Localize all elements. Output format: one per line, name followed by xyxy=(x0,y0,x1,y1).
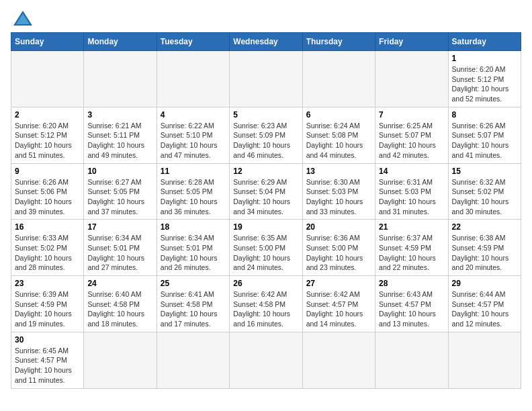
calendar-cell: 12Sunrise: 6:29 AM Sunset: 5:04 PM Dayli… xyxy=(230,163,302,220)
day-number: 30 xyxy=(15,335,80,345)
calendar-cell: 9Sunrise: 6:26 AM Sunset: 5:06 PM Daylig… xyxy=(11,163,84,220)
day-info: Sunrise: 6:26 AM Sunset: 5:06 PM Dayligh… xyxy=(15,177,80,217)
calendar-cell xyxy=(230,51,302,107)
day-info: Sunrise: 6:35 AM Sunset: 5:00 PM Dayligh… xyxy=(233,233,298,273)
weekday-header-wednesday: Wednesday xyxy=(230,33,302,51)
day-number: 5 xyxy=(233,110,298,120)
day-info: Sunrise: 6:21 AM Sunset: 5:11 PM Dayligh… xyxy=(87,121,152,161)
calendar-cell: 25Sunrise: 6:41 AM Sunset: 4:58 PM Dayli… xyxy=(157,276,229,332)
calendar-cell xyxy=(84,51,157,107)
weekday-header-sunday: Sunday xyxy=(11,33,84,51)
calendar-week-row: 1Sunrise: 6:20 AM Sunset: 5:12 PM Daylig… xyxy=(11,51,521,107)
day-info: Sunrise: 6:27 AM Sunset: 5:05 PM Dayligh… xyxy=(87,177,152,217)
day-number: 18 xyxy=(161,222,226,232)
calendar-cell: 15Sunrise: 6:32 AM Sunset: 5:02 PM Dayli… xyxy=(448,163,521,220)
calendar-cell: 8Sunrise: 6:26 AM Sunset: 5:07 PM Daylig… xyxy=(448,107,521,163)
day-number: 16 xyxy=(15,222,80,232)
calendar-cell: 13Sunrise: 6:30 AM Sunset: 5:03 PM Dayli… xyxy=(302,163,375,220)
day-number: 14 xyxy=(379,167,444,176)
day-info: Sunrise: 6:25 AM Sunset: 5:07 PM Dayligh… xyxy=(379,121,444,161)
day-info: Sunrise: 6:45 AM Sunset: 4:57 PM Dayligh… xyxy=(15,346,80,385)
weekday-header-friday: Friday xyxy=(375,33,448,51)
day-info: Sunrise: 6:32 AM Sunset: 5:02 PM Dayligh… xyxy=(452,177,517,217)
calendar-cell: 7Sunrise: 6:25 AM Sunset: 5:07 PM Daylig… xyxy=(375,107,448,163)
day-number: 10 xyxy=(87,167,152,176)
calendar-cell: 27Sunrise: 6:42 AM Sunset: 4:57 PM Dayli… xyxy=(302,276,375,332)
calendar-cell: 17Sunrise: 6:34 AM Sunset: 5:01 PM Dayli… xyxy=(84,220,157,276)
day-number: 15 xyxy=(452,167,517,176)
day-info: Sunrise: 6:23 AM Sunset: 5:09 PM Dayligh… xyxy=(233,121,298,161)
day-info: Sunrise: 6:28 AM Sunset: 5:05 PM Dayligh… xyxy=(161,177,226,217)
calendar-cell: 19Sunrise: 6:35 AM Sunset: 5:00 PM Dayli… xyxy=(230,220,302,276)
day-number: 27 xyxy=(306,279,371,288)
day-number: 8 xyxy=(452,110,517,120)
day-info: Sunrise: 6:42 AM Sunset: 4:57 PM Dayligh… xyxy=(306,289,371,329)
day-number: 28 xyxy=(379,279,444,288)
day-number: 11 xyxy=(161,167,226,176)
calendar-week-row: 30Sunrise: 6:45 AM Sunset: 4:57 PM Dayli… xyxy=(11,332,521,388)
weekday-header-thursday: Thursday xyxy=(302,33,375,51)
day-info: Sunrise: 6:34 AM Sunset: 5:01 PM Dayligh… xyxy=(161,233,226,273)
calendar-cell xyxy=(375,51,448,107)
day-info: Sunrise: 6:33 AM Sunset: 5:02 PM Dayligh… xyxy=(15,233,80,273)
calendar-table: SundayMondayTuesdayWednesdayThursdayFrid… xyxy=(11,32,521,389)
calendar-cell: 3Sunrise: 6:21 AM Sunset: 5:11 PM Daylig… xyxy=(84,107,157,163)
weekday-row: SundayMondayTuesdayWednesdayThursdayFrid… xyxy=(11,33,521,51)
day-info: Sunrise: 6:30 AM Sunset: 5:03 PM Dayligh… xyxy=(306,177,371,217)
calendar-cell: 24Sunrise: 6:40 AM Sunset: 4:58 PM Dayli… xyxy=(84,276,157,332)
calendar-cell xyxy=(302,51,375,107)
day-number: 17 xyxy=(87,222,152,232)
calendar-cell: 1Sunrise: 6:20 AM Sunset: 5:12 PM Daylig… xyxy=(448,51,521,107)
calendar-cell: 14Sunrise: 6:31 AM Sunset: 5:03 PM Dayli… xyxy=(375,163,448,220)
calendar-week-row: 9Sunrise: 6:26 AM Sunset: 5:06 PM Daylig… xyxy=(11,163,521,220)
day-info: Sunrise: 6:38 AM Sunset: 4:59 PM Dayligh… xyxy=(452,233,517,273)
calendar-cell xyxy=(375,332,448,388)
calendar-week-row: 23Sunrise: 6:39 AM Sunset: 4:59 PM Dayli… xyxy=(11,276,521,332)
calendar-cell xyxy=(157,332,229,388)
day-info: Sunrise: 6:42 AM Sunset: 4:58 PM Dayligh… xyxy=(233,289,298,329)
weekday-header-tuesday: Tuesday xyxy=(157,33,229,51)
day-info: Sunrise: 6:26 AM Sunset: 5:07 PM Dayligh… xyxy=(452,121,517,161)
day-number: 6 xyxy=(306,110,371,120)
calendar-cell: 11Sunrise: 6:28 AM Sunset: 5:05 PM Dayli… xyxy=(157,163,229,220)
day-number: 25 xyxy=(161,279,226,288)
day-info: Sunrise: 6:20 AM Sunset: 5:12 PM Dayligh… xyxy=(452,64,517,104)
day-info: Sunrise: 6:34 AM Sunset: 5:01 PM Dayligh… xyxy=(87,233,152,273)
calendar-cell xyxy=(157,51,229,107)
calendar-cell: 26Sunrise: 6:42 AM Sunset: 4:58 PM Dayli… xyxy=(230,276,302,332)
day-info: Sunrise: 6:41 AM Sunset: 4:58 PM Dayligh… xyxy=(161,289,226,329)
day-info: Sunrise: 6:40 AM Sunset: 4:58 PM Dayligh… xyxy=(87,289,152,329)
calendar-cell: 30Sunrise: 6:45 AM Sunset: 4:57 PM Dayli… xyxy=(11,332,84,388)
day-number: 23 xyxy=(15,279,80,288)
calendar-cell: 29Sunrise: 6:44 AM Sunset: 4:57 PM Dayli… xyxy=(448,276,521,332)
day-number: 22 xyxy=(452,222,517,232)
calendar-cell: 22Sunrise: 6:38 AM Sunset: 4:59 PM Dayli… xyxy=(448,220,521,276)
calendar-cell: 23Sunrise: 6:39 AM Sunset: 4:59 PM Dayli… xyxy=(11,276,84,332)
page-header xyxy=(11,11,521,26)
day-number: 4 xyxy=(161,110,226,120)
weekday-header-saturday: Saturday xyxy=(448,33,521,51)
calendar-body: 1Sunrise: 6:20 AM Sunset: 5:12 PM Daylig… xyxy=(11,51,521,389)
calendar-cell: 4Sunrise: 6:22 AM Sunset: 5:10 PM Daylig… xyxy=(157,107,229,163)
logo-icon xyxy=(13,11,32,26)
calendar-cell xyxy=(302,332,375,388)
day-info: Sunrise: 6:31 AM Sunset: 5:03 PM Dayligh… xyxy=(379,177,444,217)
day-number: 2 xyxy=(15,110,80,120)
day-info: Sunrise: 6:24 AM Sunset: 5:08 PM Dayligh… xyxy=(306,121,371,161)
day-info: Sunrise: 6:22 AM Sunset: 5:10 PM Dayligh… xyxy=(161,121,226,161)
day-number: 20 xyxy=(306,222,371,232)
calendar-cell: 28Sunrise: 6:43 AM Sunset: 4:57 PM Dayli… xyxy=(375,276,448,332)
day-number: 24 xyxy=(87,279,152,288)
day-number: 29 xyxy=(452,279,517,288)
calendar-cell xyxy=(11,51,84,107)
weekday-header-monday: Monday xyxy=(84,33,157,51)
calendar-cell: 20Sunrise: 6:36 AM Sunset: 5:00 PM Dayli… xyxy=(302,220,375,276)
day-info: Sunrise: 6:37 AM Sunset: 4:59 PM Dayligh… xyxy=(379,233,444,273)
calendar-cell: 10Sunrise: 6:27 AM Sunset: 5:05 PM Dayli… xyxy=(84,163,157,220)
day-number: 13 xyxy=(306,167,371,176)
day-info: Sunrise: 6:36 AM Sunset: 5:00 PM Dayligh… xyxy=(306,233,371,273)
calendar-cell: 6Sunrise: 6:24 AM Sunset: 5:08 PM Daylig… xyxy=(302,107,375,163)
calendar-cell: 2Sunrise: 6:20 AM Sunset: 5:12 PM Daylig… xyxy=(11,107,84,163)
calendar-cell xyxy=(448,332,521,388)
day-info: Sunrise: 6:43 AM Sunset: 4:57 PM Dayligh… xyxy=(379,289,444,329)
